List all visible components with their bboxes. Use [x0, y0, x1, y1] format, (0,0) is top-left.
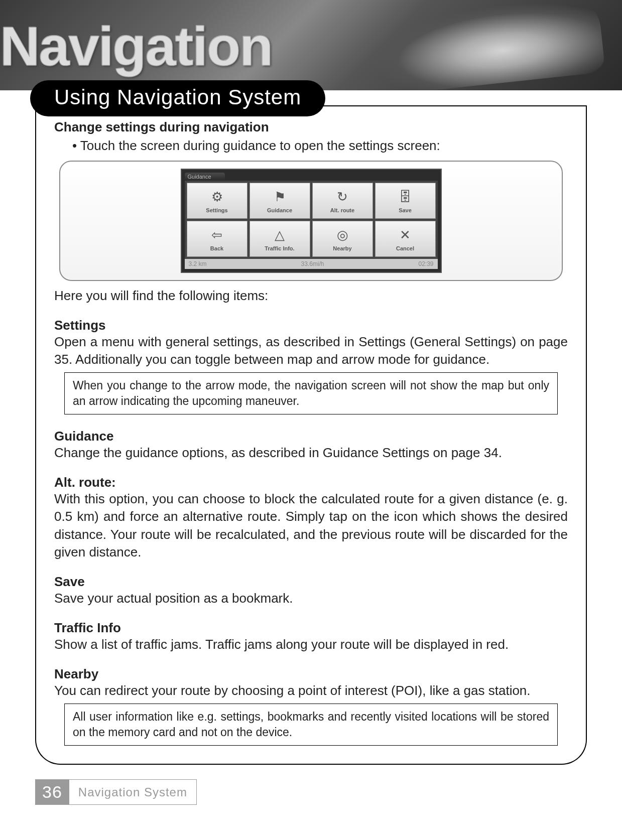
- save-body: Save your actual position as a bookmark.: [54, 590, 568, 607]
- screenshot-cell-label: Alt. route: [330, 207, 354, 213]
- section-pill-title: Using Navigation System: [30, 80, 325, 116]
- guidance-body: Change the guidance options, as describe…: [54, 444, 568, 462]
- header-car-graphic: [347, 0, 605, 90]
- screenshot-nearby-button: ◎ Nearby: [312, 221, 373, 257]
- screenshot-guidance-button: ⚑ Guidance: [250, 183, 310, 219]
- nearby-note: All user information like e.g. settings,…: [64, 704, 558, 746]
- back-arrow-icon: ⇦: [208, 226, 225, 243]
- nearby-body: You can redirect your route by choosing …: [54, 682, 568, 699]
- traffic-body: Show a list of traffic jams. Traffic jam…: [54, 636, 568, 653]
- altroute-body: With this option, you can choose to bloc…: [54, 490, 568, 561]
- screenshot-cell-label: Nearby: [333, 245, 351, 251]
- alt-route-icon: ↻: [334, 188, 351, 205]
- save-icon: 🗄: [397, 188, 414, 205]
- screenshot-cell-label: Save: [399, 207, 412, 213]
- status-distance: 3.2 km: [189, 260, 207, 267]
- screenshot-cell-label: Guidance: [267, 207, 292, 213]
- traffic-heading: Traffic Info: [54, 620, 568, 636]
- screenshot-tab-label: Guidance: [185, 173, 225, 181]
- save-heading: Save: [54, 574, 568, 590]
- status-speed: 33.6mi/h: [301, 260, 324, 267]
- status-time: 02:39: [418, 260, 433, 267]
- embedded-screenshot: Guidance ⚙ Settings ⚑ Guidance ↻ Alt. ro…: [181, 169, 442, 273]
- screenshot-cancel-button: ✕ Cancel: [375, 221, 436, 257]
- screenshot-traffic-button: △ Traffic Info.: [250, 221, 310, 257]
- screenshot-save-button: 🗄 Save: [375, 183, 436, 219]
- header-word: Navigation: [0, 14, 272, 78]
- embedded-screenshot-frame: Guidance ⚙ Settings ⚑ Guidance ↻ Alt. ro…: [59, 161, 563, 281]
- screenshot-settings-button: ⚙ Settings: [187, 183, 247, 219]
- settings-note: When you change to the arrow mode, the n…: [64, 372, 558, 414]
- nearby-heading: Nearby: [54, 666, 568, 682]
- cancel-icon: ✕: [397, 226, 414, 243]
- page-number: 36: [35, 779, 69, 805]
- screenshot-cell-label: Cancel: [396, 245, 414, 251]
- header-banner: Navigation: [0, 0, 622, 90]
- screenshot-status-bar: 3.2 km 33.6mi/h 02:39: [185, 259, 438, 269]
- settings-heading: Settings: [54, 318, 568, 333]
- screenshot-cell-label: Traffic Info.: [265, 245, 294, 251]
- screenshot-cell-label: Settings: [206, 207, 227, 213]
- gear-icon: ⚙: [208, 188, 225, 205]
- change-settings-heading: Change settings during navigation: [54, 119, 568, 135]
- guidance-heading: Guidance: [54, 429, 568, 444]
- altroute-heading: Alt. route:: [54, 475, 568, 490]
- screenshot-button-grid: ⚙ Settings ⚑ Guidance ↻ Alt. route 🗄 Sav…: [185, 181, 438, 259]
- page-footer: 36 Navigation System: [35, 779, 197, 805]
- intro-text: Here you will find the following items:: [54, 288, 568, 304]
- target-icon: ◎: [334, 226, 351, 243]
- touch-instruction: • Touch the screen during guidance to op…: [72, 138, 568, 154]
- screenshot-back-button: ⇦ Back: [187, 221, 247, 257]
- screenshot-cell-label: Back: [210, 245, 223, 251]
- content-panel: Change settings during navigation • Touc…: [35, 105, 587, 765]
- screenshot-altroute-button: ↻ Alt. route: [312, 183, 373, 219]
- footer-label: Navigation System: [69, 779, 197, 805]
- flag-icon: ⚑: [271, 188, 288, 205]
- settings-body: Open a menu with general settings, as de…: [54, 333, 568, 368]
- warning-icon: △: [271, 226, 288, 243]
